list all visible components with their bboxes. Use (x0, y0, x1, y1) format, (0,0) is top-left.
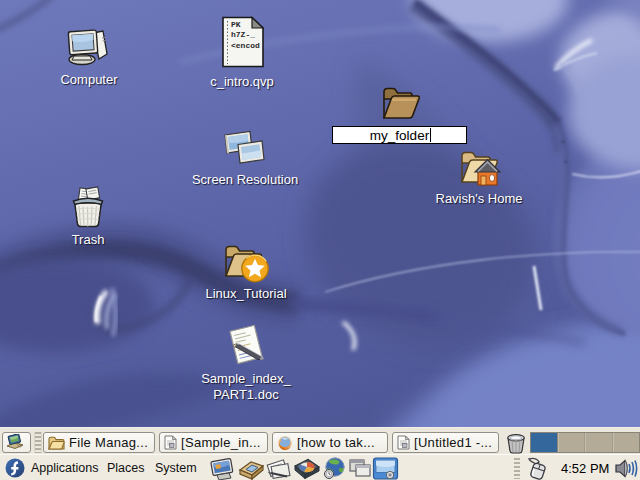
svg-text:<encod: <encod (231, 41, 260, 50)
svg-text:h7Z-_: h7Z-_ (231, 30, 255, 39)
svg-text:PK: PK (231, 20, 241, 29)
